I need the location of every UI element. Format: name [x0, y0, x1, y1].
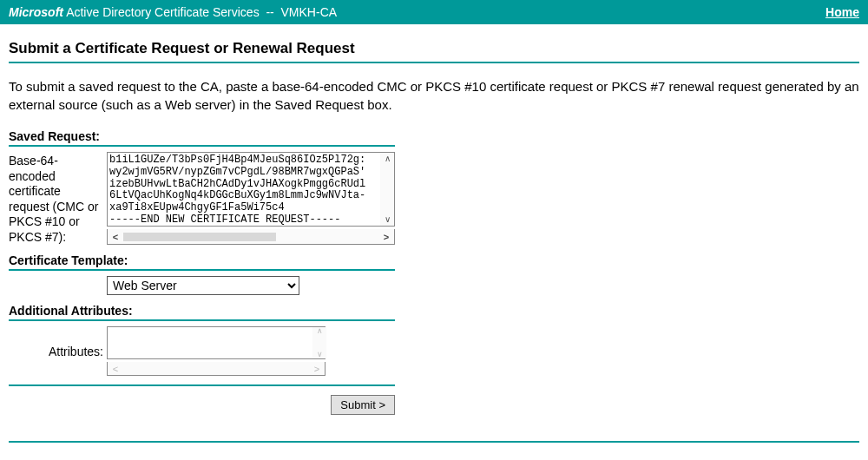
saved-request-label: Base-64-encoded certificate request (CMC… [9, 152, 107, 245]
divider [9, 145, 395, 147]
divider [9, 441, 859, 443]
service-name: Active Directory Certificate Services [66, 5, 260, 19]
scroll-down-icon[interactable]: ∨ [317, 351, 323, 358]
separator: -- [266, 5, 273, 19]
certificate-template-dropdown[interactable]: Web Server [107, 276, 299, 295]
divider [9, 384, 395, 386]
vertical-scrollbar[interactable]: ∧ ∨ [312, 327, 326, 358]
divider [9, 319, 395, 321]
scroll-up-icon[interactable]: ∧ [317, 327, 323, 335]
scroll-left-icon[interactable]: < [108, 364, 123, 374]
header-title: Microsoft Active Directory Certificate S… [9, 5, 337, 19]
template-section: Certificate Template: Web Server [9, 253, 859, 295]
scroll-down-icon[interactable]: ∨ [385, 214, 391, 226]
attributes-label: Attributes: [9, 343, 107, 360]
scroll-right-icon[interactable]: > [309, 364, 325, 374]
template-heading: Certificate Template: [9, 253, 859, 269]
attributes-textarea[interactable] [107, 326, 326, 359]
ca-name: VMKH-CA [281, 5, 338, 19]
header-bar: Microsoft Active Directory Certificate S… [0, 0, 868, 24]
template-label-spacer [9, 276, 107, 278]
saved-request-heading: Saved Request: [9, 129, 859, 145]
page-title: Submit a Certificate Request or Renewal … [9, 33, 859, 62]
instructions: To submit a saved request to the CA, pas… [9, 63, 859, 129]
brand: Microsoft [9, 5, 63, 19]
home-link[interactable]: Home [825, 5, 859, 19]
horizontal-scrollbar[interactable]: < > [107, 362, 326, 376]
attributes-heading: Additional Attributes: [9, 304, 859, 319]
scroll-right-icon[interactable]: > [378, 232, 394, 242]
saved-request-textarea[interactable] [107, 152, 395, 227]
saved-request-section: Saved Request: Base-64-encoded certifica… [9, 129, 859, 245]
scroll-thumb[interactable] [123, 233, 276, 241]
submit-button[interactable]: Submit > [331, 395, 395, 415]
horizontal-scrollbar[interactable]: < > [107, 229, 395, 245]
scroll-left-icon[interactable]: < [108, 232, 123, 242]
divider [9, 269, 395, 271]
scroll-up-icon[interactable]: ∧ [385, 153, 391, 165]
attributes-section: Additional Attributes: Attributes: ∧ ∨ <… [9, 304, 859, 376]
vertical-scrollbar[interactable]: ∧ ∨ [380, 153, 394, 226]
